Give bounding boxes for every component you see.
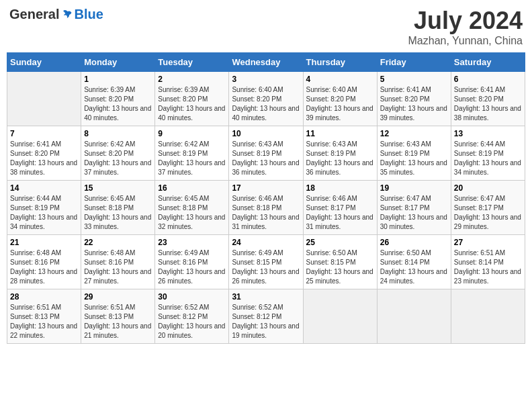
calendar-cell: 20Sunrise: 6:47 AMSunset: 8:17 PMDayligh… (451, 181, 525, 235)
calendar-cell: 29Sunrise: 6:51 AMSunset: 8:13 PMDayligh… (81, 289, 155, 344)
calendar-cell: 25Sunrise: 6:50 AMSunset: 8:15 PMDayligh… (303, 235, 377, 289)
calendar-cell: 17Sunrise: 6:46 AMSunset: 8:18 PMDayligh… (229, 181, 303, 235)
day-info: Sunrise: 6:42 AMSunset: 8:20 PMDaylight:… (84, 140, 152, 177)
day-number: 12 (380, 129, 448, 138)
day-number: 5 (380, 75, 448, 84)
calendar-cell: 26Sunrise: 6:50 AMSunset: 8:14 PMDayligh… (377, 235, 451, 289)
day-info: Sunrise: 6:49 AMSunset: 8:16 PMDaylight:… (158, 248, 226, 286)
calendar-cell: 23Sunrise: 6:49 AMSunset: 8:16 PMDayligh… (155, 235, 229, 289)
day-info: Sunrise: 6:45 AMSunset: 8:18 PMDaylight:… (84, 194, 152, 232)
calendar-week-row: 28Sunrise: 6:51 AMSunset: 8:13 PMDayligh… (7, 289, 525, 344)
day-number: 2 (158, 75, 226, 84)
calendar-cell: 18Sunrise: 6:46 AMSunset: 8:17 PMDayligh… (303, 181, 377, 235)
day-info: Sunrise: 6:52 AMSunset: 8:12 PMDaylight:… (232, 303, 300, 340)
day-number: 19 (380, 183, 448, 193)
location-title: Mazhan, Yunnan, China (408, 35, 523, 47)
calendar-header-row: SundayMondayTuesdayWednesdayThursdayFrid… (7, 53, 525, 72)
day-info: Sunrise: 6:46 AMSunset: 8:17 PMDaylight:… (306, 194, 374, 232)
logo-general-text: General (9, 7, 59, 22)
day-number: 25 (306, 238, 374, 247)
calendar-cell: 1Sunrise: 6:39 AMSunset: 8:20 PMDaylight… (81, 72, 155, 126)
calendar-cell (451, 289, 525, 344)
calendar-cell: 4Sunrise: 6:40 AMSunset: 8:20 PMDaylight… (303, 72, 377, 126)
day-info: Sunrise: 6:51 AMSunset: 8:13 PMDaylight:… (84, 303, 152, 340)
calendar-cell: 30Sunrise: 6:52 AMSunset: 8:12 PMDayligh… (155, 289, 229, 344)
day-number: 16 (158, 183, 226, 193)
day-number: 1 (84, 75, 152, 84)
title-area: July 2024 Mazhan, Yunnan, China (408, 7, 523, 47)
day-number: 4 (306, 75, 374, 84)
calendar-week-row: 1Sunrise: 6:39 AMSunset: 8:20 PMDaylight… (7, 72, 525, 126)
calendar-cell: 16Sunrise: 6:45 AMSunset: 8:18 PMDayligh… (155, 181, 229, 235)
day-info: Sunrise: 6:40 AMSunset: 8:20 PMDaylight:… (306, 85, 374, 123)
day-info: Sunrise: 6:52 AMSunset: 8:12 PMDaylight:… (158, 303, 226, 340)
calendar-cell: 24Sunrise: 6:49 AMSunset: 8:15 PMDayligh… (229, 235, 303, 289)
calendar-cell: 3Sunrise: 6:40 AMSunset: 8:20 PMDaylight… (229, 72, 303, 126)
day-number: 7 (10, 129, 78, 138)
day-info: Sunrise: 6:40 AMSunset: 8:20 PMDaylight:… (232, 85, 300, 123)
logo-bird-icon (60, 8, 73, 21)
calendar-cell: 15Sunrise: 6:45 AMSunset: 8:18 PMDayligh… (81, 181, 155, 235)
calendar-cell: 8Sunrise: 6:42 AMSunset: 8:20 PMDaylight… (81, 126, 155, 181)
day-info: Sunrise: 6:45 AMSunset: 8:18 PMDaylight:… (158, 194, 226, 232)
day-number: 23 (158, 238, 226, 247)
day-info: Sunrise: 6:47 AMSunset: 8:17 PMDaylight:… (454, 194, 522, 232)
calendar-cell: 27Sunrise: 6:51 AMSunset: 8:14 PMDayligh… (451, 235, 525, 289)
day-info: Sunrise: 6:43 AMSunset: 8:19 PMDaylight:… (232, 140, 300, 177)
day-info: Sunrise: 6:51 AMSunset: 8:14 PMDaylight:… (454, 248, 522, 286)
day-info: Sunrise: 6:42 AMSunset: 8:19 PMDaylight:… (158, 140, 226, 177)
day-info: Sunrise: 6:49 AMSunset: 8:15 PMDaylight:… (232, 248, 300, 286)
calendar-cell: 12Sunrise: 6:43 AMSunset: 8:19 PMDayligh… (377, 126, 451, 181)
day-header-saturday: Saturday (451, 53, 525, 72)
day-header-tuesday: Tuesday (155, 53, 229, 72)
day-header-friday: Friday (377, 53, 451, 72)
day-header-thursday: Thursday (303, 53, 377, 72)
day-header-sunday: Sunday (7, 53, 81, 72)
day-info: Sunrise: 6:41 AMSunset: 8:20 PMDaylight:… (10, 140, 78, 177)
day-info: Sunrise: 6:50 AMSunset: 8:14 PMDaylight:… (380, 248, 448, 286)
day-header-monday: Monday (81, 53, 155, 72)
calendar-cell: 10Sunrise: 6:43 AMSunset: 8:19 PMDayligh… (229, 126, 303, 181)
day-info: Sunrise: 6:43 AMSunset: 8:19 PMDaylight:… (380, 140, 448, 177)
month-title: July 2024 (408, 7, 523, 35)
calendar-cell (7, 72, 81, 126)
day-number: 18 (306, 183, 374, 193)
calendar-cell: 28Sunrise: 6:51 AMSunset: 8:13 PMDayligh… (7, 289, 81, 344)
day-number: 9 (158, 129, 226, 138)
day-number: 8 (84, 129, 152, 138)
calendar-week-row: 21Sunrise: 6:48 AMSunset: 8:16 PMDayligh… (7, 235, 525, 289)
day-info: Sunrise: 6:43 AMSunset: 8:19 PMDaylight:… (306, 140, 374, 177)
day-number: 17 (232, 183, 300, 193)
day-number: 13 (454, 129, 522, 138)
calendar-cell: 14Sunrise: 6:44 AMSunset: 8:19 PMDayligh… (7, 181, 81, 235)
day-number: 10 (232, 129, 300, 138)
calendar-cell (377, 289, 451, 344)
day-info: Sunrise: 6:44 AMSunset: 8:19 PMDaylight:… (454, 140, 522, 177)
logo: General Blue (9, 7, 103, 22)
day-number: 27 (454, 238, 522, 247)
calendar-cell: 2Sunrise: 6:39 AMSunset: 8:20 PMDaylight… (155, 72, 229, 126)
day-info: Sunrise: 6:44 AMSunset: 8:19 PMDaylight:… (10, 194, 78, 232)
calendar-cell: 7Sunrise: 6:41 AMSunset: 8:20 PMDaylight… (7, 126, 81, 181)
day-number: 14 (10, 183, 78, 193)
calendar-cell: 22Sunrise: 6:48 AMSunset: 8:16 PMDayligh… (81, 235, 155, 289)
calendar-week-row: 14Sunrise: 6:44 AMSunset: 8:19 PMDayligh… (7, 181, 525, 235)
day-number: 26 (380, 238, 448, 247)
day-info: Sunrise: 6:50 AMSunset: 8:15 PMDaylight:… (306, 248, 374, 286)
day-number: 31 (232, 292, 300, 302)
calendar-cell: 6Sunrise: 6:41 AMSunset: 8:20 PMDaylight… (451, 72, 525, 126)
day-info: Sunrise: 6:41 AMSunset: 8:20 PMDaylight:… (380, 85, 448, 123)
day-info: Sunrise: 6:48 AMSunset: 8:16 PMDaylight:… (84, 248, 152, 286)
day-number: 30 (158, 292, 226, 302)
day-info: Sunrise: 6:41 AMSunset: 8:20 PMDaylight:… (454, 85, 522, 123)
day-header-wednesday: Wednesday (229, 53, 303, 72)
day-number: 6 (454, 75, 522, 84)
logo-blue-text: Blue (74, 7, 103, 22)
calendar-cell: 21Sunrise: 6:48 AMSunset: 8:16 PMDayligh… (7, 235, 81, 289)
page-header: General Blue July 2024 Mazhan, Yunnan, C… (7, 7, 525, 47)
calendar-cell: 5Sunrise: 6:41 AMSunset: 8:20 PMDaylight… (377, 72, 451, 126)
calendar-cell: 13Sunrise: 6:44 AMSunset: 8:19 PMDayligh… (451, 126, 525, 181)
calendar-cell: 11Sunrise: 6:43 AMSunset: 8:19 PMDayligh… (303, 126, 377, 181)
calendar-cell: 9Sunrise: 6:42 AMSunset: 8:19 PMDaylight… (155, 126, 229, 181)
day-number: 21 (10, 238, 78, 247)
